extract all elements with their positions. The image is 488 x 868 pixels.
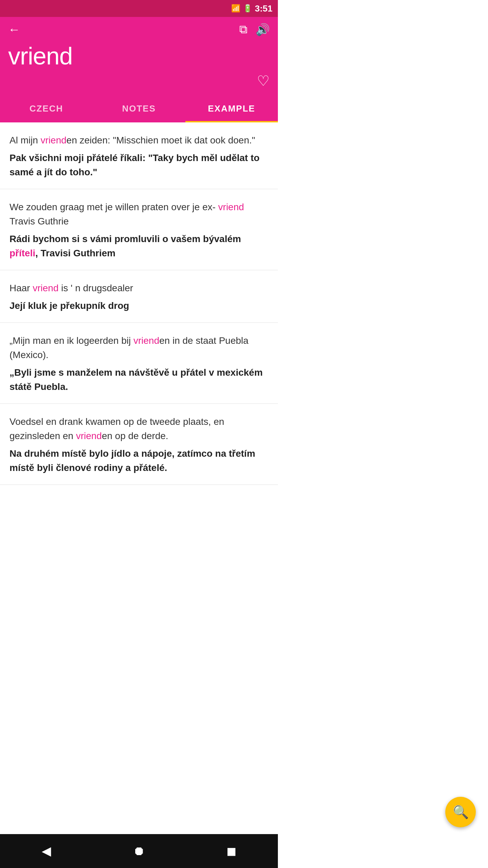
- czech-text-2: Rádi bychom si s vámi promluvili o vašem…: [9, 232, 268, 260]
- tab-czech[interactable]: CZECH: [0, 96, 93, 121]
- header-top: ← ⧉ 🔊: [8, 22, 270, 37]
- copy-button[interactable]: ⧉: [239, 23, 247, 36]
- sound-button[interactable]: 🔊: [256, 23, 270, 36]
- copy-icon: ⧉: [239, 23, 247, 36]
- favorite-button[interactable]: ♡: [257, 73, 270, 89]
- highlight-vriend-4: vriend: [134, 335, 159, 346]
- highlight-vriend-5: vriend: [76, 431, 102, 441]
- tab-notes[interactable]: NOTES: [93, 96, 185, 121]
- example-item-1: Al mijn vrienden zeiden: "Misschien moet…: [0, 122, 278, 189]
- highlight-vriend-1: vriend: [41, 135, 66, 145]
- tabs: CZECH NOTES EXAMPLE: [0, 96, 278, 122]
- example-item-3: Haar vriend is ' n drugsdealer Její kluk…: [0, 270, 278, 323]
- back-icon: ←: [8, 22, 20, 37]
- heart-icon: ♡: [257, 73, 270, 89]
- example-item-5: Voedsel en drank kwamen op de tweede pla…: [0, 404, 278, 485]
- highlight-vriend-2: vriend: [218, 202, 244, 212]
- header-right: ⧉ 🔊: [239, 23, 270, 36]
- header-left: ←: [8, 22, 20, 37]
- czech-text-3: Její kluk je překupník drog: [9, 299, 268, 313]
- czech-text-5: Na druhém místě bylo jídlo a nápoje, zat…: [9, 447, 268, 475]
- status-time: 3:51: [255, 3, 272, 14]
- dutch-text-4: „Mijn man en ik logeerden bij vrienden i…: [9, 334, 268, 362]
- word-title: vriend: [8, 42, 270, 70]
- header-bottom: ♡: [8, 73, 270, 89]
- sound-icon: 🔊: [256, 23, 270, 36]
- dutch-text-1: Al mijn vrienden zeiden: "Misschien moet…: [9, 133, 268, 147]
- dutch-text-5: Voedsel en drank kwamen op de tweede pla…: [9, 415, 268, 443]
- czech-text-1: Pak všichni moji přátelé říkali: "Taky b…: [9, 151, 268, 179]
- status-icons: 📶 🔋: [231, 4, 252, 13]
- status-bar: 📶 🔋 3:51: [0, 0, 278, 17]
- czech-text-4: „Byli jsme s manželem na návštěvě u přát…: [9, 366, 268, 394]
- highlight-vriend-3: vriend: [33, 283, 58, 293]
- tab-example[interactable]: EXAMPLE: [185, 96, 278, 121]
- example-item-4: „Mijn man en ik logeerden bij vrienden i…: [0, 323, 278, 404]
- dutch-text-3: Haar vriend is ' n drugsdealer: [9, 281, 268, 295]
- battery-icon: 🔋: [243, 4, 252, 13]
- highlight-pritel: příteli: [9, 248, 35, 258]
- example-item-2: We zouden graag met je willen praten ove…: [0, 189, 278, 270]
- back-button[interactable]: ←: [8, 22, 20, 37]
- examples-list: Al mijn vrienden zeiden: "Misschien moet…: [0, 122, 278, 485]
- header: ← ⧉ 🔊 vriend ♡: [0, 17, 278, 96]
- signal-icon: 📶: [231, 4, 240, 13]
- dutch-text-2: We zouden graag met je willen praten ove…: [9, 200, 268, 229]
